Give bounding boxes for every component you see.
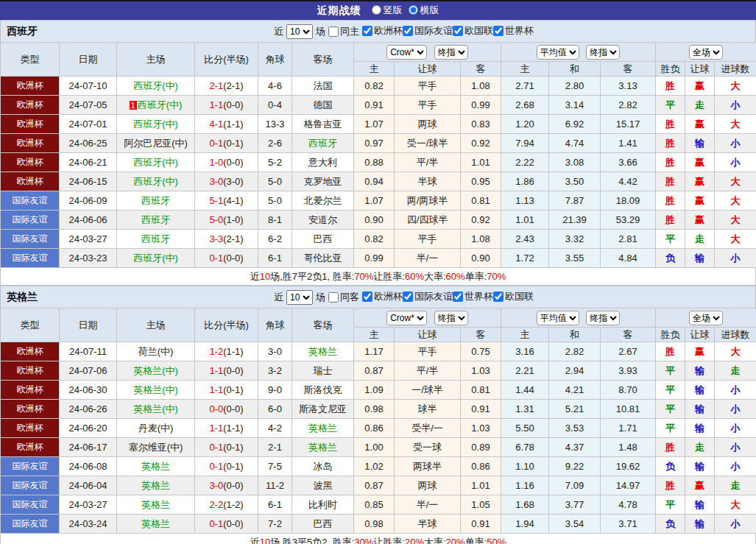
away-team-link[interactable]: 比利时 (308, 499, 337, 510)
league-checkbox[interactable] (362, 26, 372, 36)
away-team-link[interactable]: 瑞士 (314, 365, 333, 376)
away-team-link[interactable]: 英格兰 (308, 423, 337, 434)
match-row: 欧洲杯24-06-20丹麦(中)1-1(1-1)4-2英格兰0.86受半/一1.… (1, 419, 756, 438)
result-dropdown-cell: 全场 (656, 308, 756, 328)
home-team-link[interactable]: 西班牙 (141, 214, 170, 225)
away-team-link[interactable]: 德国 (314, 99, 333, 110)
away-team-link[interactable]: 斯洛伐克 (304, 384, 342, 395)
recent-count-select[interactable]: 10 (286, 290, 313, 305)
handicap-time-select[interactable]: 终指 (434, 45, 468, 60)
home-team-link[interactable]: 荷兰(中) (138, 346, 174, 357)
average-time-select[interactable]: 终指 (586, 311, 620, 325)
home-team-link[interactable]: 英格兰(中) (133, 384, 178, 395)
away-team-link[interactable]: 北爱尔兰 (304, 195, 342, 206)
league-filter[interactable]: 欧国联 (453, 24, 493, 38)
home-team-link[interactable]: 西班牙(中) (138, 99, 183, 110)
score-cell: 1-1(0-1) (195, 381, 258, 400)
league-filter[interactable]: 欧洲杯 (362, 24, 403, 38)
away-team-link[interactable]: 巴西 (314, 518, 333, 529)
away-team-link[interactable]: 哥伦比亚 (304, 252, 342, 264)
home-team-link[interactable]: 英格兰 (141, 499, 170, 510)
home-team-link[interactable]: 西班牙(中) (133, 80, 178, 91)
handicap-time-select[interactable]: 终指 (434, 311, 468, 325)
layout-radio[interactable]: 横版 (409, 4, 439, 17)
home-team-link[interactable]: 西班牙 (141, 195, 170, 206)
away-team-link[interactable]: 格鲁吉亚 (304, 119, 342, 130)
home-team-link[interactable]: 英格兰 (141, 480, 170, 491)
period-select[interactable]: 全场 (689, 45, 723, 60)
away-team-link[interactable]: 巴西 (314, 233, 333, 244)
handicap-line-cell: 两球半 (395, 457, 461, 476)
home-team-link[interactable]: 阿尔巴尼亚(中) (124, 138, 188, 149)
league-checkbox[interactable] (403, 26, 413, 36)
league-filter[interactable]: 世界杯 (493, 24, 534, 38)
summary-text: 50% (487, 537, 506, 544)
handicap-result-cell: 赢 (685, 172, 715, 191)
home-team-link[interactable]: 西班牙 (141, 233, 170, 244)
same-side-checkbox[interactable] (328, 27, 339, 37)
league-checkbox[interactable] (362, 292, 372, 302)
away-team-link[interactable]: 英格兰 (308, 346, 337, 357)
score-cell: 1-1(0-0) (195, 361, 258, 381)
home-team-link[interactable]: 西班牙(中) (133, 176, 178, 187)
bookmaker-select[interactable]: Crow* (386, 45, 427, 60)
home-team-link[interactable]: 英格兰(中) (133, 365, 178, 376)
away-team-link[interactable]: 英格兰 (308, 442, 337, 453)
league-checkbox[interactable] (493, 292, 504, 302)
league-checkbox[interactable] (453, 292, 463, 302)
sub-winlose: 胜负 (656, 328, 685, 342)
period-select[interactable]: 全场 (689, 311, 723, 325)
home-team-link[interactable]: 西班牙(中) (133, 157, 178, 168)
average-select[interactable]: 平均值 (537, 311, 579, 325)
league-filter[interactable]: 欧国联 (493, 290, 534, 303)
home-team-link[interactable]: 英格兰 (141, 518, 170, 529)
sub-avg-home: 主 (501, 328, 549, 342)
home-team-link[interactable]: 西班牙(中) (133, 119, 178, 130)
away-team-link[interactable]: 法国 (314, 80, 333, 91)
away-team-cell: 冰岛 (292, 457, 354, 476)
summary-text: 20% (405, 537, 424, 544)
league-filter[interactable]: 国际友谊 (403, 290, 453, 303)
league-filter[interactable]: 欧洲杯 (362, 290, 403, 303)
away-team-link[interactable]: 斯洛文尼亚 (299, 403, 347, 414)
layout-radio[interactable]: 竖版 (372, 4, 403, 17)
away-team-cell: 英格兰 (292, 419, 354, 438)
winlose-result-cell: 平 (656, 419, 685, 438)
away-team-link[interactable]: 意大利 (308, 157, 337, 168)
layout-radio-input[interactable] (372, 5, 381, 15)
away-team-cell: 巴西 (292, 230, 354, 249)
same-side-filter[interactable]: 同客 (328, 291, 359, 304)
away-team-link[interactable]: 克罗地亚 (304, 176, 342, 187)
same-side-checkbox[interactable] (328, 292, 339, 303)
half-time-score: (2-1) (223, 80, 243, 91)
avg-home-odds-cell: 1.86 (501, 172, 549, 191)
away-team-link[interactable]: 西班牙 (308, 138, 337, 149)
layout-radio-input[interactable] (409, 5, 418, 15)
sub-handicap-result: 让球 (685, 62, 715, 77)
avg-away-odds-cell: 3.66 (601, 153, 656, 172)
away-team-link[interactable]: 波黑 (314, 480, 333, 491)
match-row: 欧洲杯24-06-15西班牙(中)3-0(3-0)5-0克罗地亚0.94半球0.… (1, 172, 756, 191)
away-team-link[interactable]: 安道尔 (308, 214, 337, 225)
league-checkbox[interactable] (453, 26, 463, 36)
league-filter[interactable]: 国际友谊 (403, 24, 453, 38)
home-team-link[interactable]: 西班牙(中) (133, 252, 178, 264)
league-checkbox[interactable] (403, 292, 413, 302)
avg-draw-odds-cell: 3.08 (549, 153, 601, 172)
league-filter[interactable]: 世界杯 (453, 290, 493, 303)
home-team-link[interactable]: 英格兰(中) (133, 403, 178, 414)
corner-cell: 7-2 (258, 515, 292, 534)
handicap-away-odds-cell: 0.89 (461, 438, 501, 457)
home-team-link[interactable]: 英格兰 (141, 461, 170, 472)
avg-away-odds-cell: 2.67 (601, 342, 656, 361)
away-team-link[interactable]: 冰岛 (314, 461, 333, 472)
home-team-link[interactable]: 塞尔维亚(中) (129, 442, 183, 453)
home-team-link[interactable]: 丹麦(中) (138, 423, 174, 434)
same-side-filter[interactable]: 同主 (328, 25, 359, 38)
league-type-cell: 欧洲杯 (1, 342, 60, 361)
average-select[interactable]: 平均值 (537, 45, 579, 60)
league-checkbox[interactable] (493, 26, 504, 36)
average-time-select[interactable]: 终指 (586, 45, 620, 60)
bookmaker-select[interactable]: Crow* (386, 311, 427, 325)
recent-count-select[interactable]: 10 (286, 24, 313, 39)
